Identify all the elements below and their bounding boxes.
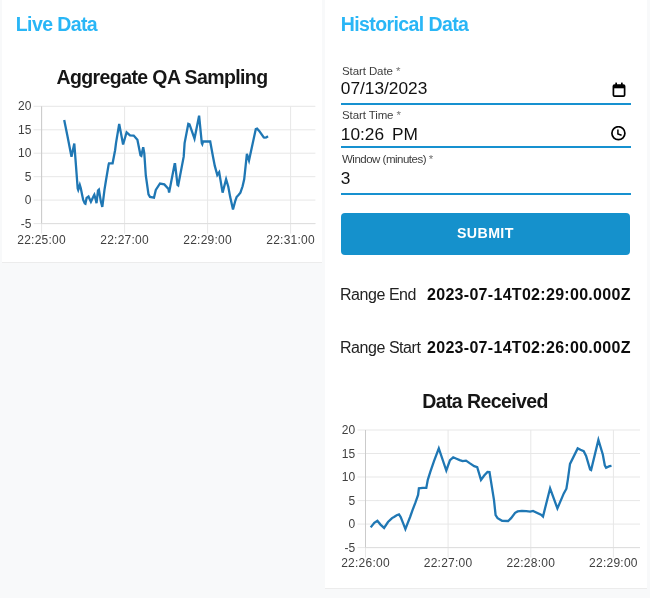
svg-text:20: 20 <box>342 423 356 437</box>
svg-text:15: 15 <box>342 447 356 461</box>
svg-text:22:26:00: 22:26:00 <box>341 556 390 570</box>
svg-text:Data Received: Data Received <box>422 390 548 412</box>
svg-text:22:27:00: 22:27:00 <box>424 556 473 570</box>
svg-text:-5: -5 <box>345 541 356 555</box>
svg-text:0: 0 <box>349 517 356 531</box>
svg-text:5: 5 <box>349 494 356 508</box>
svg-text:10: 10 <box>342 470 356 484</box>
svg-text:22:28:00: 22:28:00 <box>506 556 555 570</box>
svg-text:22:29:00: 22:29:00 <box>589 556 638 570</box>
